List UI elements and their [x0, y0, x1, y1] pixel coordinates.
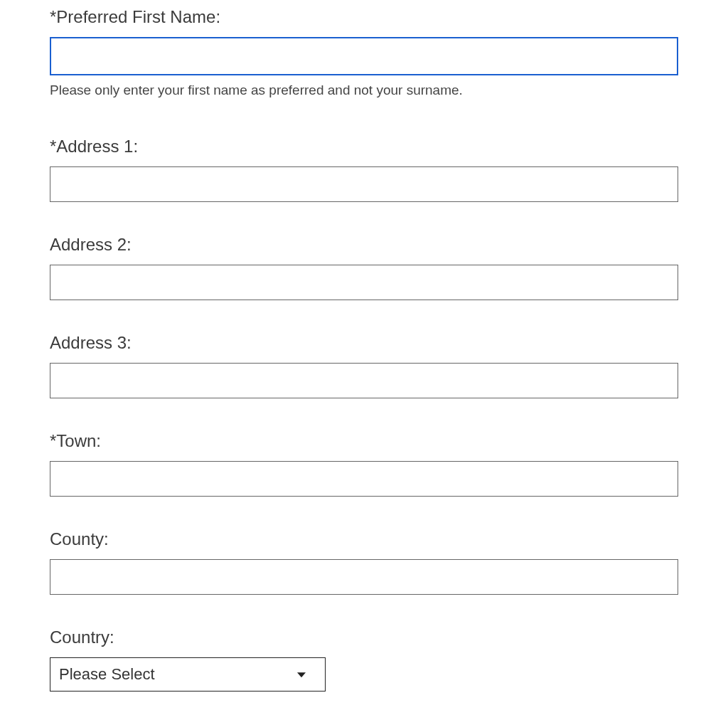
select-country-value: Please Select — [50, 657, 326, 692]
label-town: *Town: — [50, 431, 678, 451]
field-address2: Address 2: — [50, 235, 678, 300]
input-address2[interactable] — [50, 265, 678, 300]
help-preferred-first-name: Please only enter your first name as pre… — [50, 83, 678, 98]
input-town[interactable] — [50, 461, 678, 497]
label-address2: Address 2: — [50, 235, 678, 255]
label-preferred-first-name: *Preferred First Name: — [50, 7, 678, 27]
select-country[interactable]: Please Select — [50, 657, 326, 692]
field-country: Country: Please Select — [50, 627, 678, 692]
field-preferred-first-name: *Preferred First Name: Please only enter… — [50, 7, 678, 98]
input-address3[interactable] — [50, 363, 678, 398]
field-town: *Town: — [50, 431, 678, 497]
form-container: *Preferred First Name: Please only enter… — [0, 0, 728, 692]
label-country: Country: — [50, 627, 678, 647]
input-preferred-first-name[interactable] — [50, 37, 678, 75]
field-county: County: — [50, 529, 678, 595]
label-address3: Address 3: — [50, 333, 678, 353]
input-county[interactable] — [50, 559, 678, 595]
chevron-down-icon — [297, 672, 306, 677]
label-county: County: — [50, 529, 678, 549]
label-address1: *Address 1: — [50, 137, 678, 157]
input-address1[interactable] — [50, 166, 678, 202]
field-address3: Address 3: — [50, 333, 678, 398]
field-address1: *Address 1: — [50, 137, 678, 202]
